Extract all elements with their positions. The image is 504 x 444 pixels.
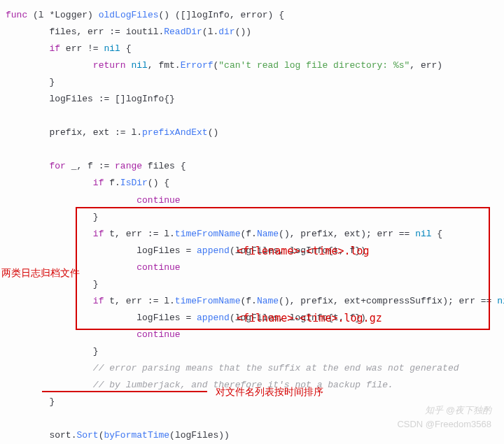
kw-for: for bbox=[49, 161, 65, 171]
sig: () ([]logInfo, error) { bbox=[159, 10, 284, 20]
code-text: (), prefix, ext+compressSuffix); err == bbox=[279, 296, 497, 306]
code-text: () bbox=[208, 127, 219, 138]
code-text: logFiles = bbox=[136, 313, 197, 323]
kw-if: if bbox=[93, 229, 104, 239]
brace: } bbox=[49, 77, 55, 87]
kw-continue: continue bbox=[136, 329, 180, 340]
nil: nil bbox=[104, 43, 120, 54]
kw-if: if bbox=[93, 178, 104, 188]
fn-byformattime: byFormatTime bbox=[104, 430, 169, 441]
code-text: sort. bbox=[49, 430, 76, 441]
code-text: t, err := l. bbox=[104, 229, 174, 239]
code-text: logFiles = bbox=[136, 245, 197, 256]
string-literal: "can't read log file directory: %s" bbox=[218, 60, 410, 71]
func-name: oldLogFiles bbox=[99, 10, 159, 20]
fn-name: Name bbox=[257, 296, 279, 306]
code-text: logFiles := []logInfo{} bbox=[49, 94, 174, 104]
fn-append: append bbox=[197, 313, 230, 323]
code-text: , fmt. bbox=[148, 60, 181, 71]
comment: // error parsing means that the suffix a… bbox=[93, 363, 459, 373]
code-text: f. bbox=[104, 178, 120, 188]
fn-timefromname: timeFromName bbox=[175, 229, 241, 239]
fn-readdir: ReadDir bbox=[164, 27, 202, 37]
code-text: files, err := ioutil. bbox=[49, 27, 164, 37]
kw-continue: continue bbox=[136, 195, 180, 206]
brace: } bbox=[93, 279, 99, 289]
code-block: func (l *Logger) oldLogFiles() ([]logInf… bbox=[6, 7, 498, 444]
code-text: prefix, ext := l. bbox=[49, 127, 142, 138]
brace: { bbox=[120, 43, 132, 54]
nil: nil bbox=[497, 296, 504, 306]
kw-if: if bbox=[49, 43, 60, 54]
code-text: (f. bbox=[240, 296, 256, 306]
code-text: (logFiles, logInfo{t, f}) bbox=[230, 313, 366, 323]
brace: } bbox=[49, 396, 55, 407]
fn-prefixandext: prefixAndExt bbox=[142, 127, 208, 138]
code-text: (f. bbox=[240, 229, 256, 239]
code-text: files { bbox=[142, 161, 186, 171]
code-text: err != bbox=[60, 43, 104, 54]
kw-if: if bbox=[93, 296, 104, 306]
code-text: (l. bbox=[202, 27, 218, 37]
code-text: t, err := l. bbox=[104, 296, 174, 306]
fn-errorf: Errorf bbox=[181, 60, 214, 71]
fn-dir: dir bbox=[218, 27, 234, 37]
code-text: () { bbox=[148, 178, 169, 188]
kw-func: func bbox=[6, 10, 27, 20]
code-text: , err) bbox=[410, 60, 442, 71]
nil: nil bbox=[126, 60, 148, 71]
code-text: (), prefix, ext); err == bbox=[279, 229, 415, 239]
brace: } bbox=[93, 346, 99, 357]
kw-continue: continue bbox=[136, 262, 180, 273]
kw-range: range bbox=[115, 161, 142, 171]
brace: } bbox=[93, 212, 99, 222]
fn-isdir: IsDir bbox=[120, 178, 148, 188]
code-text: ()) bbox=[235, 27, 251, 37]
brace: { bbox=[432, 229, 443, 239]
fn-sort: Sort bbox=[76, 430, 98, 441]
code-text: _, f := bbox=[66, 161, 115, 171]
nil: nil bbox=[415, 229, 431, 239]
kw-return: return bbox=[93, 60, 126, 71]
fn-timefromname: timeFromName bbox=[175, 296, 241, 306]
fn-name: Name bbox=[257, 229, 279, 239]
comment: // by lumberjack, and therefore it's not… bbox=[93, 380, 393, 390]
code-text: (logFiles)) bbox=[169, 430, 230, 441]
code-text: (logFiles, logInfo{t, f}) bbox=[230, 245, 366, 256]
fn-append: append bbox=[197, 245, 230, 256]
receiver: (l *Logger) bbox=[33, 10, 93, 20]
